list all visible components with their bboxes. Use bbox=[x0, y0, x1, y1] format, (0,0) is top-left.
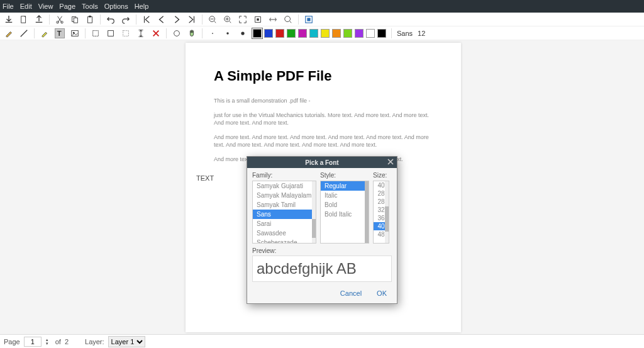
page-down-icon[interactable]: ▼ bbox=[45, 342, 50, 345]
list-item[interactable]: Scheherazade bbox=[253, 238, 316, 244]
cut-icon[interactable] bbox=[55, 14, 65, 25]
image-tool-icon[interactable] bbox=[70, 28, 80, 38]
menu-edit[interactable]: Edit bbox=[20, 3, 32, 10]
svg-text:T: T bbox=[57, 30, 62, 37]
svg-point-21 bbox=[212, 33, 213, 34]
menu-tools[interactable]: Tools bbox=[82, 3, 98, 10]
svg-rect-6 bbox=[89, 15, 91, 17]
color-swatch[interactable] bbox=[309, 29, 318, 38]
stroke-weight-3-icon[interactable] bbox=[238, 28, 248, 38]
toolbar-drawing: T Sans 12 bbox=[0, 26, 644, 40]
undo-icon[interactable] bbox=[106, 14, 116, 25]
pen-tool-icon[interactable] bbox=[4, 28, 14, 38]
svg-rect-18 bbox=[108, 30, 114, 36]
style-listbox[interactable]: RegularItalicBoldBold Italic bbox=[320, 181, 369, 244]
color-swatch[interactable] bbox=[298, 29, 307, 38]
color-swatch[interactable] bbox=[343, 29, 352, 38]
font-name-button[interactable]: Sans bbox=[397, 30, 413, 37]
color-swatch[interactable] bbox=[253, 29, 262, 38]
list-item[interactable]: Samyak Malayalam bbox=[253, 191, 316, 200]
properties-icon[interactable] bbox=[304, 14, 314, 25]
fit-page-icon[interactable] bbox=[253, 14, 263, 25]
color-swatch[interactable] bbox=[332, 29, 341, 38]
list-item[interactable]: Sans bbox=[253, 210, 316, 219]
svg-rect-17 bbox=[93, 30, 99, 36]
copy-icon[interactable] bbox=[70, 14, 80, 25]
svg-point-1 bbox=[57, 21, 59, 23]
font-dialog: Pick a Font Family: Samyak GujaratiSamya… bbox=[247, 156, 397, 304]
svg-rect-19 bbox=[123, 30, 129, 36]
cancel-button[interactable]: Cancel bbox=[340, 289, 362, 297]
delete-tool-icon[interactable] bbox=[151, 28, 161, 38]
list-item[interactable]: Bold Italic bbox=[321, 210, 369, 219]
paste-icon[interactable] bbox=[85, 14, 95, 25]
stroke-weight-1-icon[interactable] bbox=[208, 28, 218, 38]
svg-point-23 bbox=[241, 31, 244, 35]
page-total: 2 bbox=[65, 338, 69, 345]
list-item[interactable]: Regular bbox=[321, 181, 369, 191]
color-swatch[interactable] bbox=[355, 29, 364, 38]
svg-rect-5 bbox=[88, 16, 92, 23]
zoom-reset-icon[interactable] bbox=[283, 14, 293, 25]
list-item[interactable]: Sarai bbox=[253, 219, 316, 228]
font-size-button[interactable]: 12 bbox=[418, 30, 425, 37]
list-item[interactable]: Italic bbox=[321, 191, 369, 200]
text-tool-icon[interactable]: T bbox=[55, 28, 65, 38]
hand-tool-icon[interactable] bbox=[187, 28, 197, 38]
dialog-titlebar[interactable]: Pick a Font bbox=[247, 157, 397, 168]
svg-point-22 bbox=[226, 32, 229, 35]
menu-file[interactable]: File bbox=[3, 3, 14, 10]
svg-rect-13 bbox=[307, 18, 310, 21]
shape-tool-icon[interactable] bbox=[172, 28, 182, 38]
select-tool-icon[interactable] bbox=[91, 28, 101, 38]
close-icon[interactable] bbox=[387, 158, 394, 166]
object-select-icon[interactable] bbox=[121, 28, 131, 38]
color-swatch[interactable] bbox=[377, 29, 386, 38]
family-listbox[interactable]: Samyak GujaratiSamyak MalayalamSamyak Ta… bbox=[252, 181, 316, 244]
list-item[interactable]: Sawasdee bbox=[253, 228, 316, 238]
preview-label: Preview: bbox=[252, 247, 392, 254]
menu-options[interactable]: Options bbox=[104, 3, 128, 10]
svg-point-11 bbox=[285, 16, 291, 21]
export-icon[interactable] bbox=[34, 14, 44, 25]
save-icon[interactable] bbox=[4, 14, 14, 25]
color-swatch[interactable] bbox=[366, 29, 375, 38]
color-swatch[interactable] bbox=[321, 29, 330, 38]
vertical-space-icon[interactable] bbox=[136, 28, 146, 38]
layer-select[interactable]: Layer 1 bbox=[108, 336, 145, 347]
last-page-icon[interactable] bbox=[187, 14, 197, 25]
prev-page-icon[interactable] bbox=[157, 14, 167, 25]
zoom-in-icon[interactable] bbox=[223, 14, 233, 25]
menu-page[interactable]: Page bbox=[59, 3, 75, 10]
menu-view[interactable]: View bbox=[38, 3, 53, 10]
size-label: Size: bbox=[373, 172, 389, 179]
first-page-icon[interactable] bbox=[142, 14, 152, 25]
canvas-area[interactable]: A Simple PDF File This is a small demons… bbox=[0, 40, 644, 334]
rect-select-icon[interactable] bbox=[106, 28, 116, 38]
fit-width-icon[interactable] bbox=[268, 14, 278, 25]
page-number-input[interactable] bbox=[24, 337, 42, 347]
color-swatch[interactable] bbox=[287, 29, 296, 38]
style-label: Style: bbox=[320, 172, 369, 179]
stroke-weight-2-icon[interactable] bbox=[223, 28, 233, 38]
highlighter-tool-icon[interactable] bbox=[40, 28, 50, 38]
color-swatch[interactable] bbox=[264, 29, 273, 38]
page-paragraph: And more text. And more text. And more t… bbox=[214, 133, 433, 149]
menu-help[interactable]: Help bbox=[135, 3, 149, 10]
svg-point-20 bbox=[174, 30, 180, 36]
list-item[interactable]: Samyak Tamil bbox=[253, 200, 316, 210]
color-swatch[interactable] bbox=[275, 29, 284, 38]
size-listbox[interactable]: 40282832364048 bbox=[373, 181, 389, 244]
list-item[interactable]: Samyak Gujarati bbox=[253, 181, 316, 191]
list-item[interactable]: Bold bbox=[321, 200, 369, 210]
page-title: A Simple PDF File bbox=[214, 68, 433, 84]
fullscreen-icon[interactable] bbox=[238, 14, 248, 25]
redo-icon[interactable] bbox=[121, 14, 131, 25]
line-tool-icon[interactable] bbox=[19, 28, 29, 38]
ok-button[interactable]: OK bbox=[377, 289, 387, 297]
zoom-out-icon[interactable] bbox=[208, 14, 218, 25]
family-label: Family: bbox=[252, 172, 316, 179]
new-page-icon[interactable] bbox=[19, 14, 29, 25]
text-object[interactable]: TEXT bbox=[196, 174, 214, 182]
next-page-icon[interactable] bbox=[172, 14, 182, 25]
